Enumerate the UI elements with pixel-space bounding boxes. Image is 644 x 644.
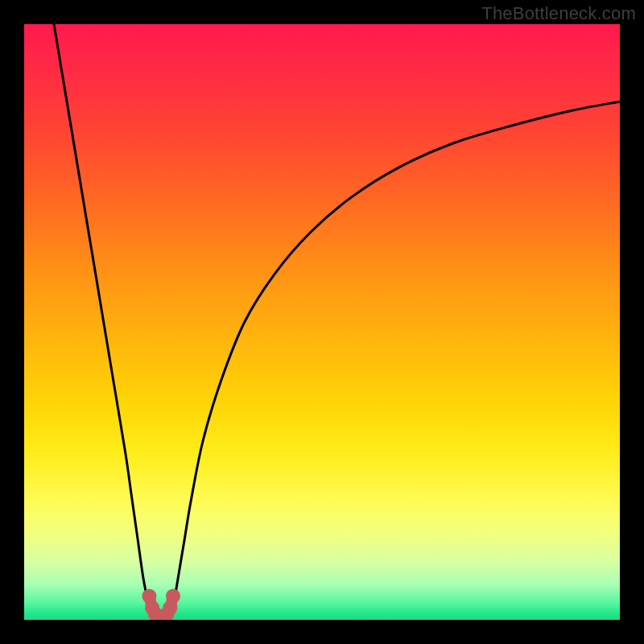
valley-marker-dot <box>166 588 180 603</box>
attribution-label: TheBottleneck.com <box>481 3 636 24</box>
plot-area <box>24 24 620 620</box>
curve-layer <box>24 24 620 620</box>
chart-frame: TheBottleneck.com <box>0 0 644 644</box>
valley-marker-dots <box>142 588 180 620</box>
curve-right-branch <box>173 101 620 608</box>
curve-left-branch <box>54 24 149 608</box>
